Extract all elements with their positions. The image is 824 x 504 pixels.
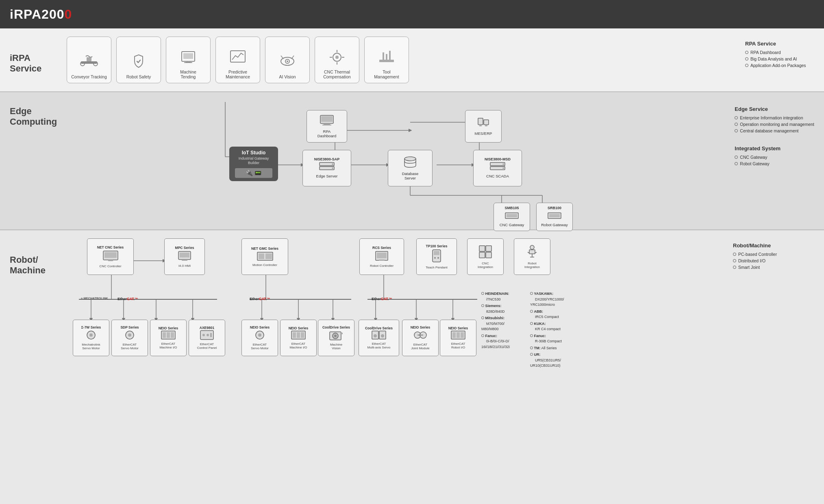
robot-integration-label: RobotIntegration [524, 262, 540, 269]
service-card-tool-mgmt[interactable]: ToolManagement [364, 37, 409, 83]
teach-pendant-label: Teach Pendant [426, 266, 447, 270]
cnc-ctrl-label: CNC Controller [99, 265, 121, 268]
svg-rect-58 [549, 214, 560, 217]
edge-server-label: Edge Server [316, 174, 338, 178]
rpa-sidebar-item-1: RPA Dashboard [745, 50, 814, 55]
svg-rect-94 [479, 252, 485, 258]
dot-icon-3 [745, 64, 748, 67]
compat-col1: HEINDENAIN: iTNC530 Siemens: 828D/840D M… [481, 291, 510, 350]
database-server-box: DatabaseServer [388, 150, 433, 186]
neio-servo-series: NEIO Series [250, 325, 270, 329]
neio-mio-series: NEIO Series [289, 326, 309, 330]
logo-accent: 0 [64, 7, 72, 22]
motion-ctrl-label: Motion Controller [252, 264, 277, 267]
edge-server-icon [319, 162, 335, 173]
cooldrive-vision-label: MachineVision [330, 343, 342, 350]
mes-erp-icon [476, 117, 490, 130]
machine-tending-label: MachineTending [180, 69, 196, 80]
svg-rect-5 [183, 53, 193, 59]
motion-ctrl-box: NET GMC Series Motion Controller [241, 238, 288, 275]
rpa-section-label: iRPA Service [10, 53, 59, 74]
dot-ur [530, 353, 533, 356]
svg-rect-133 [452, 332, 456, 338]
dot-f2 [530, 334, 533, 337]
iot-studio-label: IoT Studio [235, 150, 272, 156]
edge-sidebar: Edge Service Enterprise Information inte… [722, 102, 814, 168]
ethercat-dot-1: ™ [135, 297, 138, 301]
axe9801-icon [200, 330, 214, 342]
neio-left-box: NEIO Series EtherCATMachine I/O [150, 320, 187, 356]
svg-rect-119 [297, 332, 300, 338]
dot-integrated-1 [735, 156, 738, 159]
svg-point-116 [258, 333, 261, 337]
dot-edge-2 [735, 123, 738, 126]
svg-rect-86 [377, 253, 387, 258]
service-card-machine-tending[interactable]: MachineTending [166, 37, 211, 83]
rpa-dashboard-box: RPADashboard [307, 110, 347, 143]
sigma7w-label: MechatrolinkServo Motor [82, 343, 100, 350]
svg-rect-124 [340, 333, 343, 334]
database-server-label: DatabaseServer [402, 171, 419, 181]
axe9801-label: EtherCATControl Panel [197, 343, 217, 350]
ethercat-dot-3: ™ [389, 297, 392, 301]
dot-tm [530, 346, 533, 349]
service-card-cnc-thermal[interactable]: CNC ThermalCompensation [315, 37, 359, 83]
motion-ctrl-series: NET GMC Series [251, 247, 278, 251]
svg-rect-135 [461, 332, 464, 338]
service-card-conveyor[interactable]: Conveyor Tracking [67, 37, 111, 83]
dot-icon-1 [745, 51, 748, 54]
svg-rect-93 [486, 246, 491, 251]
smb105-box: SMB105 CNC Gateway [494, 203, 530, 231]
cooldrive-servo-label: EtherCATMulti-axis Servo [367, 342, 391, 350]
cnc-scada-box: NISE3800-MSD CNC SCADA [473, 150, 522, 186]
robot-ctrl-label: Robot Controller [370, 264, 394, 268]
neio-joint-label: EtherCATJoint Module [411, 343, 429, 350]
edge-server-box: NISE3800-SAP Edge Server [302, 150, 351, 186]
rpa-sidebar-title: RPA Service [745, 41, 814, 47]
svg-rect-22 [386, 54, 387, 61]
dot-robot-3 [733, 266, 736, 269]
dot-f [481, 334, 484, 337]
cooldrive-vision-series: CoolDrive Series [322, 325, 350, 329]
svg-point-112 [202, 334, 205, 336]
service-card-robot-safety[interactable]: Robot Safety [116, 37, 161, 83]
machine-tending-icon [178, 48, 198, 67]
cooldrive-servo-box: CoolDrive Series EtherCATMulti-axis Serv… [359, 320, 399, 356]
cnc-ctrl-series: NET CNC Series [97, 245, 124, 249]
service-card-predictive[interactable]: PredictiveMaintenance [215, 37, 260, 83]
hmi-box: MPC Series I4.0 HMI [164, 238, 205, 275]
svg-point-52 [503, 164, 504, 165]
neio-servo-box: NEIO Series EtherCATServo Motor [241, 320, 278, 356]
sigma7w-icon [85, 329, 98, 343]
svg-point-113 [207, 334, 209, 336]
robot-sidebar-title: Robot/Machine [733, 242, 814, 249]
smb105-icon [504, 210, 519, 222]
edge-sidebar-item-2: Operation monitoring and management [735, 122, 814, 127]
svg-rect-40 [324, 123, 330, 125]
neio-left-icon [161, 330, 176, 342]
svg-rect-118 [293, 332, 296, 338]
ai-vision-label: AI Vision [279, 74, 296, 80]
svg-rect-78 [108, 260, 113, 261]
rpa-sidebar-item-2: Big Data Analysis and AI [745, 56, 814, 61]
service-card-ai-vision[interactable]: AI Vision [265, 37, 310, 83]
neio-mio-icon [291, 330, 306, 342]
robot-ctrl-icon [375, 251, 389, 264]
edge-server-series: NISE3800-SAP [314, 158, 340, 162]
rpa-sidebar: RPA Service RPA Dashboard Big Data Analy… [733, 37, 814, 69]
srb100-box: SRB100 Robot Gateway [536, 203, 573, 231]
svg-point-104 [89, 333, 93, 337]
sdp-icon [123, 329, 136, 343]
svg-rect-108 [163, 332, 166, 338]
mes-erp-label: MES/ERP [475, 131, 492, 136]
robot-safety-icon [129, 53, 148, 72]
rpa-service-section: iRPA Service Conveyor Tracking [0, 28, 824, 92]
svg-rect-77 [104, 252, 117, 258]
dot-a [530, 310, 533, 313]
robot-sidebar-item-1: PC-based Controller [733, 252, 814, 257]
neio-joint-box: NEIO Series EtherCATJoint Module [402, 320, 439, 356]
cnc-controller-box: NET CNC Series CNC Controller [87, 238, 134, 275]
robot-sidebar-item-3: Smart Joint [733, 265, 814, 270]
svg-point-47 [332, 164, 333, 165]
svg-point-11 [287, 61, 288, 62]
